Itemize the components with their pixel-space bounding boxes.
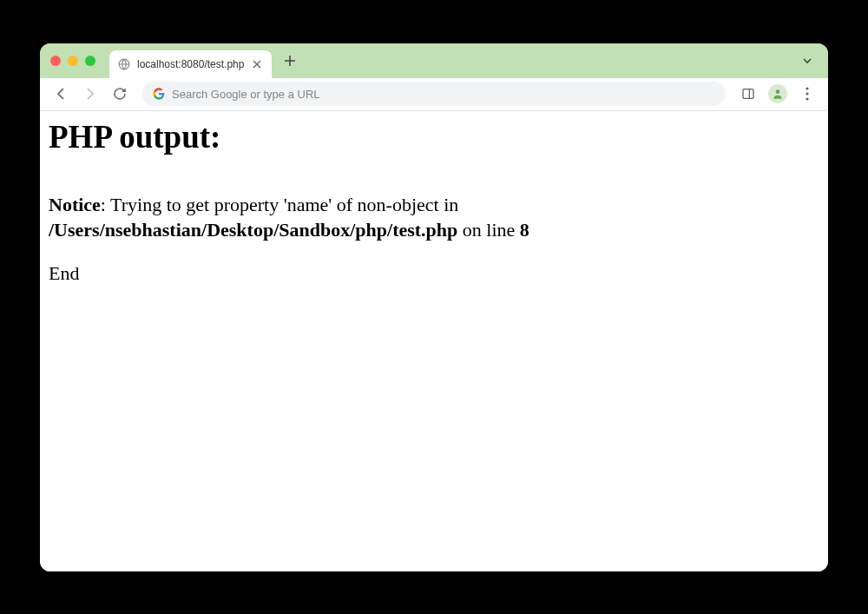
tab-title: localhost:8080/test.php — [137, 58, 244, 70]
address-bar[interactable]: Search Google or type a URL — [142, 82, 726, 106]
minimize-window-button[interactable] — [68, 56, 78, 66]
php-notice: Notice: Trying to get property 'name' of… — [49, 192, 819, 243]
svg-point-5 — [806, 97, 808, 100]
maximize-window-button[interactable] — [85, 56, 95, 66]
end-text: End — [49, 262, 819, 285]
close-tab-button[interactable] — [251, 58, 263, 70]
forward-button[interactable] — [78, 82, 102, 106]
page-title: PHP output: — [49, 118, 819, 155]
svg-point-4 — [806, 92, 808, 95]
menu-button[interactable] — [795, 82, 819, 106]
address-bar-placeholder: Search Google or type a URL — [172, 88, 715, 101]
toolbar: Search Google or type a URL — [40, 78, 828, 111]
tabs-dropdown-button[interactable] — [797, 50, 818, 71]
page-content: PHP output: Notice: Trying to get proper… — [40, 111, 828, 571]
google-icon — [153, 88, 165, 100]
browser-window: localhost:8080/test.php — [40, 43, 828, 571]
browser-tab[interactable]: localhost:8080/test.php — [109, 50, 272, 78]
notice-on-line-text: on line — [457, 219, 520, 241]
notice-label: Notice — [49, 194, 101, 215]
reload-button[interactable] — [108, 82, 132, 106]
tab-bar: localhost:8080/test.php — [40, 43, 828, 78]
notice-message: : Trying to get property 'name' of non-o… — [101, 194, 458, 215]
svg-rect-1 — [743, 89, 753, 99]
close-window-button[interactable] — [50, 56, 61, 66]
new-tab-button[interactable] — [279, 50, 301, 72]
avatar-icon — [768, 84, 787, 103]
globe-icon — [118, 58, 130, 70]
notice-file-path: /Users/nsebhastian/Desktop/Sandbox/php/t… — [49, 219, 457, 241]
profile-button[interactable] — [766, 82, 790, 106]
svg-point-2 — [776, 89, 780, 94]
back-button[interactable] — [49, 82, 73, 106]
window-controls — [50, 56, 95, 66]
svg-point-3 — [806, 87, 808, 89]
side-panel-button[interactable] — [736, 82, 760, 106]
notice-line-number: 8 — [520, 219, 529, 241]
